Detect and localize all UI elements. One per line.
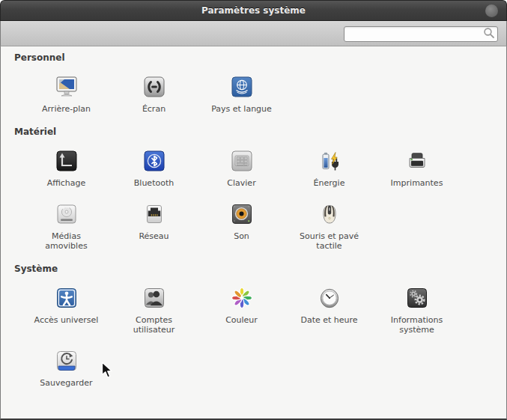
color-icon (228, 284, 255, 311)
keyboard-icon (228, 147, 255, 174)
screen-brightness-icon (141, 73, 168, 100)
item-label: Réseau (139, 231, 169, 241)
search-icon (483, 27, 495, 39)
item-label: Bluetooth (134, 178, 174, 188)
item-label: Imprimantes (391, 178, 443, 188)
display-icon (53, 147, 80, 174)
settings-item-bluetooth[interactable]: Bluetooth (110, 147, 198, 188)
power-icon (316, 147, 343, 174)
item-label: Sauvegarder (40, 378, 92, 388)
settings-item-comptes-utilisateur[interactable]: Comptes utilisateur (110, 284, 198, 335)
item-label: Affichage (47, 178, 86, 188)
settings-item-sauvegarder[interactable]: Sauvegarder (22, 347, 110, 388)
removable-media-icon (53, 201, 80, 228)
item-label: Accès universel (34, 315, 99, 325)
settings-item-couleur[interactable]: Couleur (198, 284, 285, 335)
toolbar (0, 21, 507, 46)
search-input[interactable] (344, 26, 498, 42)
settings-item-arriere-plan[interactable]: Arrière-plan (22, 73, 110, 114)
section-title: Système (14, 264, 506, 275)
settings-item-clavier[interactable]: Clavier (198, 147, 285, 188)
settings-panel: Personnel Arrière-plan (0, 46, 507, 420)
settings-item-reseau[interactable]: Réseau (110, 201, 198, 251)
date-time-icon (316, 284, 343, 311)
backup-icon (53, 347, 80, 374)
settings-item-acces-universel[interactable]: Accès universel (22, 284, 110, 335)
window-button-icon[interactable] (485, 4, 498, 17)
section-title: Personnel (14, 52, 506, 64)
region-language-icon (228, 73, 255, 100)
universal-access-icon (53, 284, 80, 311)
item-label: Couleur (225, 315, 258, 325)
bluetooth-icon (141, 147, 168, 174)
settings-item-energie[interactable]: Énergie (285, 147, 373, 188)
settings-item-pays-et-langue[interactable]: Pays et langue (198, 73, 285, 114)
user-accounts-icon (141, 284, 168, 311)
item-label: Pays et langue (211, 104, 272, 114)
settings-item-souris-et-pave-tactile[interactable]: Souris et pavé tactile (285, 201, 373, 251)
item-label: Souris et pavé tactile (295, 231, 364, 251)
item-label: Énergie (314, 178, 345, 188)
item-label: Comptes utilisateur (120, 315, 189, 335)
titlebar[interactable]: Paramètres système (0, 0, 507, 21)
item-label: Informations système (383, 315, 452, 335)
printer-icon (404, 147, 431, 174)
settings-item-informations-systeme[interactable]: Informations système (373, 284, 461, 335)
settings-item-imprimantes[interactable]: Imprimantes (373, 147, 461, 188)
system-settings-window: Paramètres système (0, 0, 507, 420)
settings-item-medias-amovibles[interactable]: Médias amovibles (22, 201, 110, 251)
item-label: Écran (142, 104, 166, 114)
settings-item-ecran[interactable]: Écran (110, 73, 198, 114)
section-systeme: Système Accès universel (1, 264, 506, 388)
search-box (344, 25, 498, 41)
item-label: Son (234, 231, 249, 241)
background-icon (53, 73, 80, 100)
system-info-icon (404, 284, 431, 311)
settings-item-affichage[interactable]: Affichage (22, 147, 110, 188)
sound-icon (228, 201, 255, 228)
item-label: Clavier (227, 178, 255, 188)
settings-item-son[interactable]: Son (198, 201, 285, 251)
window-title: Paramètres système (1, 1, 506, 22)
item-label: Arrière-plan (42, 104, 91, 114)
item-label: Médias amovibles (32, 231, 101, 251)
network-icon (141, 201, 168, 228)
mouse-touchpad-icon (316, 201, 343, 228)
section-materiel: Matériel Affichage Bluet (1, 127, 506, 251)
section-title: Matériel (14, 127, 506, 138)
item-label: Date et heure (300, 315, 357, 325)
settings-item-date-et-heure[interactable]: Date et heure (285, 284, 373, 335)
section-personnel: Personnel Arrière-plan (1, 52, 506, 114)
